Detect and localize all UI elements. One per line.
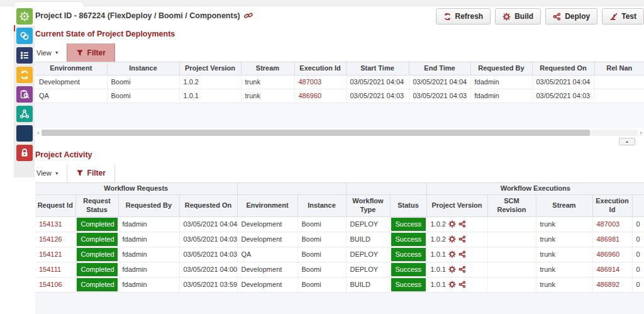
scrollbar-track[interactable] (42, 130, 638, 136)
table-row[interactable]: 154121Completedfdadmin03/05/2021 04:03QA… (35, 247, 644, 262)
share-icon[interactable] (458, 250, 466, 258)
column-header[interactable]: Execution Id (294, 62, 346, 75)
column-header[interactable]: Requested By (118, 195, 179, 217)
deployments-section-title: Current State of Project Deployments (35, 30, 644, 38)
id-link[interactable]: 486960 (597, 250, 620, 258)
gear-icon[interactable] (448, 281, 456, 288)
column-header[interactable]: Stream (241, 62, 294, 75)
sidebar-item-gear-play[interactable] (14, 6, 35, 26)
build-button[interactable]: Build (495, 8, 541, 25)
gear-icon[interactable] (448, 220, 456, 228)
table-row[interactable]: 154111Completedfdadmin03/05/2021 04:00De… (35, 262, 644, 277)
id-link[interactable]: 154106 (39, 281, 62, 288)
table-cell: 03/05/2021 04:03 (179, 247, 237, 262)
id-link[interactable]: 154121 (39, 250, 62, 258)
page-title: Project ID - 867224 (FlexDeploy / Boomi … (35, 8, 253, 20)
sidebar-item-checklist[interactable] (14, 45, 35, 65)
column-header[interactable]: SCM Revision (487, 195, 536, 217)
column-header[interactable] (632, 195, 644, 217)
table-row[interactable]: 154131Completedfdadmin03/05/2021 04:04De… (35, 216, 644, 232)
table-row[interactable]: 154106Completedfdadmin03/05/2021 03:59De… (35, 277, 644, 292)
deploy-button[interactable]: Deploy (545, 8, 597, 25)
sidebar-item-lock[interactable] (14, 143, 35, 162)
table-cell: trunk (536, 216, 592, 232)
sidebar-item-robot-arm[interactable] (14, 123, 35, 143)
share-icon[interactable] (458, 220, 466, 228)
column-header[interactable]: Request Id (35, 195, 75, 217)
filter-button[interactable]: Filter (67, 164, 115, 182)
sidebar-item-knot[interactable] (14, 26, 35, 45)
collapse-button[interactable]: ▲ (619, 138, 635, 145)
column-header[interactable]: Requested On (179, 195, 237, 217)
scroll-left-icon[interactable]: ‹ (35, 129, 42, 137)
id-link[interactable]: 486914 (597, 266, 620, 273)
column-header[interactable]: Environment (35, 62, 107, 75)
table-cell: Development (237, 216, 297, 232)
sidebar-item-clipboard-search[interactable] (14, 84, 35, 104)
column-header[interactable]: Environment (237, 195, 297, 217)
column-header[interactable]: Requested By (470, 62, 532, 75)
id-link[interactable]: 154131 (39, 220, 62, 228)
id-link[interactable]: 486892 (597, 281, 620, 288)
id-link[interactable]: 154126 (39, 235, 62, 243)
view-dropdown[interactable]: View ▼ (35, 164, 67, 182)
gear-icon[interactable] (448, 235, 456, 243)
gear-play-icon (16, 8, 33, 25)
column-header[interactable]: Project Version (179, 62, 241, 75)
share-icon[interactable] (458, 266, 466, 273)
sidebar-item-sync[interactable] (14, 65, 35, 84)
id-link[interactable]: 487003 (299, 78, 322, 86)
horizontal-scrollbar: ‹ › (35, 129, 644, 137)
table-row[interactable]: 154126Completedfdadmin03/05/2021 04:03De… (35, 232, 644, 247)
column-header[interactable]: Requested On (532, 62, 594, 75)
status-badge: Completed (77, 263, 118, 276)
sidebar-item-network[interactable] (14, 104, 35, 123)
share-icon[interactable] (458, 281, 466, 288)
table-cell: 03/05/2021 04:04 (346, 75, 409, 89)
column-header[interactable]: Status (390, 195, 426, 217)
test-button[interactable]: Test (602, 8, 644, 25)
id-link[interactable]: 154111 (39, 266, 61, 273)
column-header[interactable]: Execution Id (592, 195, 632, 217)
column-header[interactable]: Project Version (426, 195, 487, 217)
status-badge: Success (391, 233, 426, 246)
table-row[interactable]: DevelopmentBoomi1.0.2trunk48700303/05/20… (35, 75, 644, 89)
gear-icon[interactable] (448, 250, 456, 258)
table-cell: Development (237, 262, 297, 277)
column-header[interactable]: Instance (107, 62, 179, 75)
refresh-button[interactable]: Refresh (436, 8, 491, 25)
column-header[interactable]: End Time (409, 62, 470, 75)
id-link[interactable]: 486960 (299, 92, 322, 99)
table-row[interactable]: QABoomi1.0.1trunk48696003/05/2021 04:030… (35, 89, 644, 103)
table-cell: trunk (536, 232, 592, 247)
gear-icon (502, 13, 511, 21)
column-header[interactable]: Start Time (346, 62, 409, 75)
clipboard-search-icon (16, 86, 33, 103)
column-header[interactable]: Workflow Type (346, 195, 390, 217)
status-badge: Completed (77, 218, 118, 231)
column-header[interactable]: Rel Nan (594, 62, 644, 75)
table-cell: BUILD (346, 277, 390, 292)
scroll-right-icon[interactable]: › (638, 129, 644, 137)
column-header[interactable]: Stream (536, 195, 592, 217)
group-header (346, 183, 426, 195)
sidebar (14, 6, 35, 177)
table-cell: fdadmin (470, 75, 532, 89)
status-badge: Success (391, 263, 426, 276)
group-header: Workflow Executions (426, 183, 644, 195)
filter-label: Filter (87, 48, 106, 57)
view-dropdown[interactable]: View ▼ (35, 43, 67, 62)
column-header[interactable]: Instance (297, 195, 346, 217)
scrollbar-thumb[interactable] (42, 130, 590, 136)
link-icon[interactable] (244, 11, 253, 20)
id-link[interactable]: 487003 (597, 220, 620, 228)
share-icon (553, 13, 561, 21)
id-link[interactable]: 486981 (597, 235, 620, 243)
filter-button[interactable]: Filter (67, 43, 115, 62)
gear-icon[interactable] (448, 266, 456, 273)
table-cell: BUILD (346, 232, 390, 247)
share-icon[interactable] (458, 235, 466, 243)
column-header[interactable]: Request Status (75, 195, 118, 217)
table-filler (35, 103, 644, 128)
table-cell: QA (237, 247, 297, 262)
